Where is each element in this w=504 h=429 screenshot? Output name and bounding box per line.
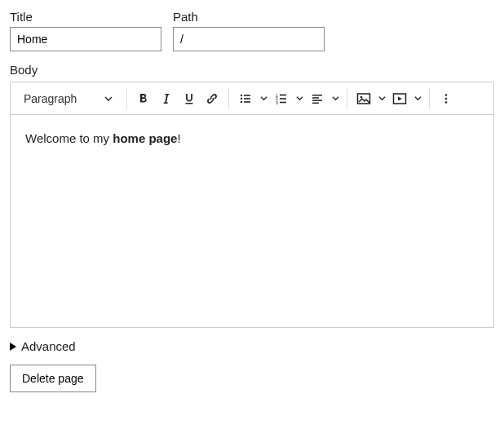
italic-button[interactable]: [155, 86, 178, 111]
image-icon: [356, 92, 371, 105]
bulleted-list-button[interactable]: [234, 86, 257, 111]
alignment-dropdown[interactable]: [329, 92, 342, 105]
svg-point-19: [445, 94, 448, 96]
svg-point-17: [360, 95, 363, 98]
underline-button[interactable]: [178, 86, 201, 111]
image-button[interactable]: [352, 86, 375, 111]
rich-text-editor: Paragraph: [10, 82, 494, 328]
bold-button[interactable]: [132, 86, 155, 111]
editor-content-area[interactable]: Welcome to my home page!: [11, 115, 493, 327]
image-dropdown[interactable]: [375, 92, 388, 105]
body-text: !: [177, 131, 180, 145]
svg-rect-14: [312, 100, 322, 101]
svg-point-20: [445, 97, 448, 100]
svg-rect-7: [280, 94, 286, 95]
underline-icon: [183, 92, 196, 105]
align-left-icon: [311, 92, 324, 105]
bulleted-list-dropdown[interactable]: [257, 92, 270, 105]
bulleted-list-icon: [239, 92, 252, 105]
bold-icon: [137, 92, 150, 105]
numbered-list-button[interactable]: 123: [270, 86, 293, 111]
numbered-list-dropdown[interactable]: [293, 92, 306, 105]
alignment-button[interactable]: [306, 86, 329, 111]
toolbar-separator: [429, 88, 430, 109]
link-button[interactable]: [201, 86, 223, 111]
media-icon: [392, 92, 407, 105]
editor-toolbar: Paragraph: [11, 82, 493, 115]
svg-rect-15: [312, 102, 319, 104]
body-text: Welcome to my: [25, 131, 113, 145]
title-label: Title: [10, 10, 161, 24]
format-dropdown[interactable]: Paragraph: [15, 86, 122, 111]
svg-rect-3: [244, 98, 250, 100]
more-vertical-icon: [440, 92, 453, 105]
advanced-label: Advanced: [21, 339, 76, 353]
path-label: Path: [173, 10, 325, 24]
body-label: Body: [10, 63, 494, 77]
media-dropdown[interactable]: [411, 92, 424, 105]
chevron-down-icon: [102, 92, 115, 105]
toolbar-separator: [228, 88, 229, 109]
svg-point-2: [241, 97, 242, 99]
delete-page-button[interactable]: Delete page: [10, 365, 96, 392]
svg-rect-9: [280, 98, 286, 100]
path-input[interactable]: [173, 27, 325, 51]
disclosure-triangle-icon: [10, 343, 16, 351]
format-value: Paragraph: [24, 92, 77, 105]
svg-rect-11: [280, 101, 286, 103]
title-input[interactable]: [10, 27, 161, 51]
svg-rect-5: [244, 101, 250, 103]
toolbar-separator: [347, 88, 347, 109]
media-button[interactable]: [388, 86, 411, 111]
svg-point-21: [445, 101, 448, 104]
advanced-toggle[interactable]: Advanced: [10, 339, 494, 353]
svg-point-0: [241, 94, 242, 95]
svg-text:3: 3: [276, 100, 278, 104]
svg-rect-12: [312, 95, 322, 96]
body-text-bold: home page: [113, 131, 177, 145]
more-button[interactable]: [435, 86, 458, 111]
italic-icon: [160, 92, 173, 105]
toolbar-separator: [126, 88, 127, 109]
svg-rect-1: [244, 95, 250, 96]
numbered-list-icon: 123: [275, 92, 288, 105]
link-icon: [206, 92, 219, 105]
svg-rect-13: [312, 97, 319, 99]
svg-point-4: [241, 100, 242, 102]
